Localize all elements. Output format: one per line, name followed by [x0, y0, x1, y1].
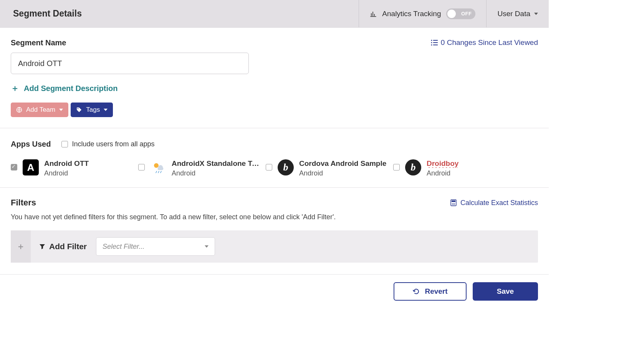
add-filter-plus[interactable]: ＋	[11, 230, 31, 263]
add-filter-label: Add Filter	[49, 242, 87, 251]
app-platform: Android	[172, 169, 260, 177]
app-platform: Android	[427, 169, 458, 177]
app-item: bCordova Android SampleAndroid	[266, 159, 393, 177]
undo-icon	[412, 288, 420, 295]
page-title: Segment Details	[0, 8, 359, 19]
add-description-label: Add Segment Description	[24, 84, 118, 93]
caret-down-icon	[205, 245, 209, 248]
app-item: AAndroid OTTAndroid	[11, 159, 138, 177]
svg-point-16	[454, 204, 455, 205]
filter-select[interactable]: Select Filter...	[96, 237, 215, 256]
list-icon	[431, 40, 438, 46]
funnel-icon	[39, 243, 45, 250]
app-name: Droidboy	[427, 159, 458, 168]
svg-rect-1	[433, 40, 438, 41]
include-all-apps-checkbox[interactable]	[61, 141, 68, 147]
changes-link[interactable]: 0 Changes Since Last Viewed	[431, 38, 538, 47]
svg-point-4	[431, 45, 432, 46]
add-team-button[interactable]: Add Team	[11, 103, 68, 117]
segment-name-label: Segment Name	[11, 38, 249, 47]
svg-point-15	[453, 204, 454, 205]
tag-icon	[76, 107, 82, 113]
filters-title: Filters	[11, 198, 36, 208]
include-all-apps-label: Include users from all apps	[72, 140, 154, 148]
apps-used-title: Apps Used	[11, 140, 51, 149]
svg-rect-10	[452, 200, 455, 202]
analytics-label: Analytics Tracking	[382, 10, 441, 18]
app-checkbox[interactable]	[393, 164, 400, 170]
analytics-toggle[interactable]: OFF	[446, 8, 475, 19]
svg-rect-3	[433, 42, 438, 43]
svg-point-8	[154, 163, 159, 168]
svg-point-12	[453, 203, 454, 204]
topbar: Segment Details Analytics Tracking OFF U…	[0, 0, 549, 28]
toggle-knob	[447, 10, 456, 18]
filters-empty-message: You have not yet defined filters for thi…	[11, 213, 538, 221]
footer-actions: Revert Save	[0, 274, 549, 312]
filter-bar: ＋ Add Filter Select Filter...	[11, 230, 538, 263]
svg-rect-5	[433, 45, 438, 45]
svg-point-7	[78, 108, 79, 109]
globe-icon	[16, 107, 22, 113]
save-button[interactable]: Save	[473, 282, 538, 301]
segment-name-input[interactable]	[11, 53, 249, 74]
add-description-button[interactable]: ＋ Add Segment Description	[11, 83, 538, 94]
calculate-stats-label: Calculate Exact Statistics	[460, 199, 538, 207]
app-icon: b	[278, 159, 294, 175]
add-filter-label-group: Add Filter	[39, 242, 87, 251]
user-data-section[interactable]: User Data	[486, 0, 549, 27]
svg-point-11	[452, 203, 453, 204]
revert-label: Revert	[425, 287, 447, 296]
include-all-apps-row[interactable]: Include users from all apps	[61, 140, 154, 148]
filter-select-placeholder: Select Filter...	[103, 243, 144, 251]
tags-button[interactable]: Tags	[71, 103, 113, 117]
revert-button[interactable]: Revert	[394, 282, 467, 301]
caret-down-icon	[104, 109, 108, 111]
app-checkbox[interactable]	[266, 164, 272, 170]
svg-point-0	[431, 40, 432, 41]
app-item: bDroidboyAndroid	[393, 159, 521, 177]
calculator-icon	[450, 199, 457, 206]
chevron-down-icon	[534, 13, 538, 15]
bar-chart-icon	[370, 10, 377, 17]
toggle-state: OFF	[461, 11, 472, 17]
app-checkbox[interactable]	[138, 164, 145, 170]
user-data-label: User Data	[497, 10, 530, 18]
save-label: Save	[497, 287, 514, 296]
app-icon: A	[23, 159, 39, 175]
app-item: AndroidX Standalone Te…Android	[138, 159, 266, 177]
svg-point-14	[452, 204, 453, 205]
app-icon	[150, 159, 166, 175]
changes-text: 0 Changes Since Last Viewed	[441, 38, 538, 47]
svg-point-2	[431, 42, 432, 43]
app-checkbox[interactable]	[11, 164, 17, 170]
svg-point-13	[454, 203, 455, 204]
app-name: AndroidX Standalone Te…	[172, 159, 260, 168]
plus-icon: ＋	[11, 83, 19, 94]
analytics-section: Analytics Tracking OFF	[359, 0, 486, 27]
calculate-stats-link[interactable]: Calculate Exact Statistics	[450, 199, 538, 207]
app-name: Android OTT	[44, 159, 89, 168]
tags-label: Tags	[86, 106, 100, 114]
app-name: Cordova Android Sample	[299, 159, 386, 168]
app-icon: b	[405, 159, 421, 175]
app-platform: Android	[299, 169, 386, 177]
add-team-label: Add Team	[26, 106, 55, 114]
caret-down-icon	[59, 109, 63, 111]
app-platform: Android	[44, 169, 89, 177]
